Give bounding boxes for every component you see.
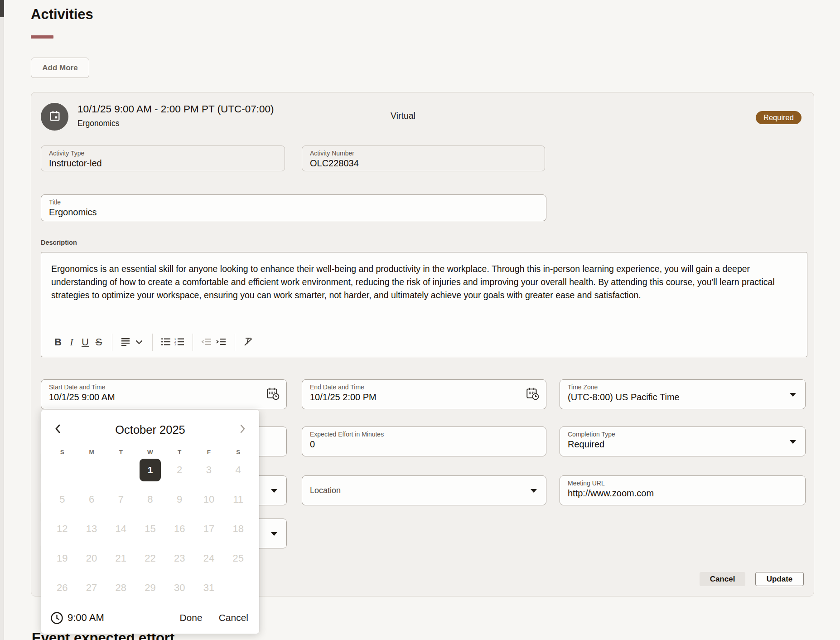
calendar-day[interactable]: 23 (165, 543, 194, 573)
done-button[interactable]: Done (179, 612, 202, 623)
strikethrough-button[interactable]: S (92, 334, 106, 350)
calendar-day[interactable]: 3 (194, 455, 224, 485)
dropdown-caret-icon (531, 489, 537, 493)
calendar-clock-icon[interactable] (266, 386, 280, 402)
bullet-list-button[interactable] (159, 334, 173, 350)
add-more-button[interactable]: Add More (31, 58, 89, 78)
date-picker-footer: 9:00 AM Done Cancel (41, 602, 259, 634)
toolbar-divider (112, 334, 112, 351)
calendar-day[interactable]: 18 (223, 514, 253, 543)
meeting-url-field[interactable]: Meeting URL http://www.zoom.com (560, 475, 806, 505)
italic-button[interactable]: I (65, 334, 78, 350)
update-button[interactable]: Update (755, 572, 804, 586)
toolbar-divider (235, 334, 235, 351)
dropdown-caret-icon (790, 393, 796, 397)
field-value: 0 (310, 438, 546, 451)
calendar-day[interactable]: 25 (223, 543, 253, 573)
field-value: OLC228034 (310, 157, 545, 170)
dropdown-caret-icon (271, 489, 277, 493)
calendar-day[interactable]: 31 (194, 573, 224, 602)
calendar-day[interactable]: 17 (194, 514, 224, 543)
cancel-button[interactable]: Cancel (700, 572, 745, 586)
calendar-day[interactable]: 8 (135, 485, 165, 514)
page-scrollbar[interactable] (0, 0, 4, 640)
calendar-day[interactable]: 2 (165, 455, 194, 485)
field-label: Completion Type (568, 431, 805, 438)
calendar-day[interactable]: 27 (77, 573, 106, 602)
expected-effort-field[interactable]: Expected Effort in Minutes 0 (302, 427, 546, 456)
underline-button[interactable]: U (78, 334, 92, 350)
svg-text:3: 3 (174, 343, 176, 346)
calendar-day-empty (77, 455, 106, 485)
description-text[interactable]: Ergonomics is an essential skill for any… (41, 252, 807, 302)
activity-number-field: Activity Number OLC228034 (302, 145, 545, 171)
calendar-day[interactable]: 12 (48, 514, 77, 543)
calendar-day[interactable]: 19 (48, 543, 77, 573)
numbered-list-button[interactable]: 1 2 3 (173, 334, 186, 350)
weekday-label: F (194, 449, 224, 456)
calendar-grid: 1234567891011121314151617181920212223242… (48, 455, 253, 602)
calendar-day[interactable]: 4 (223, 455, 253, 485)
calendar-day[interactable]: 28 (106, 573, 135, 602)
field-value: 10/1/25 9:00 AM (49, 391, 286, 403)
calendar-clock-icon[interactable] (525, 386, 540, 402)
align-left-icon (121, 338, 130, 347)
bullet-list-icon (161, 338, 171, 347)
time-select-button[interactable]: 9:00 AM (50, 611, 104, 625)
page-title: Activities (31, 6, 93, 23)
calendar-day-empty (106, 455, 135, 485)
field-value: Instructor-led (49, 157, 285, 170)
calendar-day[interactable]: 10 (194, 485, 224, 514)
calendar-day[interactable]: 22 (135, 543, 165, 573)
outdent-icon (201, 338, 212, 347)
scrollbar-thumb[interactable] (0, 0, 4, 17)
start-date-field[interactable]: Start Date and Time 10/1/25 9:00 AM (41, 379, 287, 409)
calendar-day[interactable]: 24 (194, 543, 224, 573)
toolbar-divider (152, 334, 153, 351)
field-label: Activity Type (49, 150, 285, 157)
calendar-day[interactable]: 7 (106, 485, 135, 514)
field-label: Start Date and Time (49, 383, 286, 391)
timezone-select[interactable]: Time Zone (UTC-8:00) US Pacific Time (560, 379, 806, 409)
align-button[interactable] (119, 334, 132, 350)
calendar-avatar-icon (48, 110, 61, 124)
calendar-day[interactable]: 26 (48, 573, 77, 602)
field-label: Expected Effort in Minutes (310, 431, 546, 438)
clear-format-button[interactable] (241, 334, 255, 350)
calendar-day[interactable]: 21 (106, 543, 135, 573)
calendar-day[interactable]: 29 (135, 573, 165, 602)
align-dropdown-button[interactable] (132, 334, 146, 350)
weekday-label: S (48, 449, 77, 456)
calendar-day-empty (48, 455, 77, 485)
bold-button[interactable]: B (51, 334, 65, 350)
activity-name: Ergonomics (77, 119, 119, 128)
underline-icon: U (82, 336, 89, 348)
field-label: Activity Number (310, 150, 545, 157)
completion-type-select[interactable]: Completion Type Required (560, 427, 806, 456)
italic-icon: I (70, 336, 73, 348)
calendar-day[interactable]: 15 (135, 514, 165, 543)
outdent-button[interactable] (199, 334, 214, 350)
toolbar-divider (193, 334, 193, 351)
date-picker-popup: October 2025 SMTWTFS 1234567891011121314… (41, 410, 259, 634)
field-value: 10/1/25 2:00 PM (310, 391, 546, 403)
indent-button[interactable] (214, 334, 228, 350)
next-month-button[interactable] (236, 422, 249, 436)
calendar-day[interactable]: 20 (77, 543, 106, 573)
calendar-day[interactable]: 9 (165, 485, 194, 514)
datepicker-cancel-button[interactable]: Cancel (219, 612, 248, 623)
calendar-day[interactable]: 13 (77, 514, 106, 543)
calendar-day[interactable]: 16 (165, 514, 194, 543)
calendar-day[interactable]: 30 (165, 573, 194, 602)
title-field[interactable]: Title Ergonomics (41, 194, 546, 221)
indent-icon (216, 338, 227, 347)
calendar-day[interactable]: 6 (77, 485, 106, 514)
calendar-day[interactable]: 1 (140, 459, 161, 481)
calendar-day-empty (223, 573, 253, 602)
location-select[interactable]: Location (302, 475, 546, 505)
calendar-day[interactable]: 11 (223, 485, 253, 514)
end-date-field[interactable]: End Date and Time 10/1/25 2:00 PM (302, 379, 546, 409)
calendar-day[interactable]: 5 (48, 485, 77, 514)
calendar-day[interactable]: 14 (106, 514, 135, 543)
description-editor[interactable]: Ergonomics is an essential skill for any… (41, 252, 807, 357)
